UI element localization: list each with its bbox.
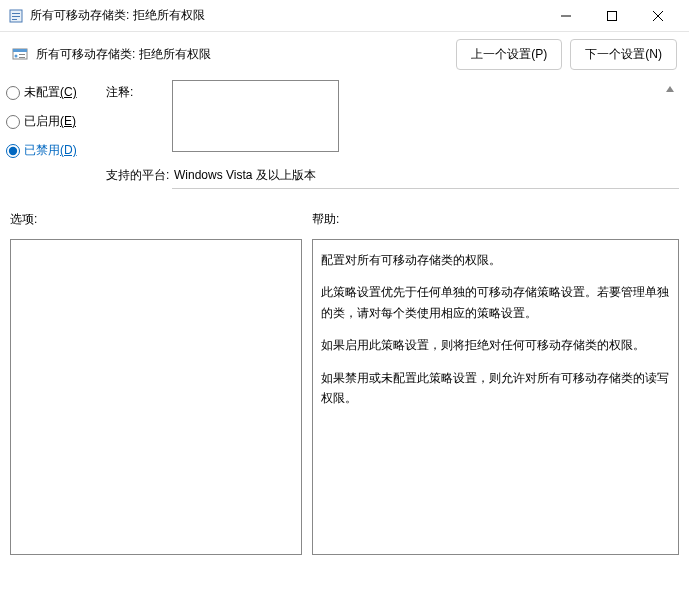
radio-disabled[interactable]: 已禁用(D) xyxy=(6,142,96,159)
radio-not-configured-input[interactable] xyxy=(6,86,20,100)
comment-input[interactable] xyxy=(172,80,339,152)
minimize-button[interactable] xyxy=(543,0,589,32)
radio-not-configured-label: 未配置(C) xyxy=(24,84,77,101)
platform-row: 支持的平台: Windows Vista 及以上版本 xyxy=(106,163,679,189)
scroll-up-icon[interactable] xyxy=(663,82,677,96)
maximize-button[interactable] xyxy=(589,0,635,32)
options-box xyxy=(10,239,302,555)
config-section: 未配置(C) 已启用(E) 已禁用(D) 注释: 支持的平台: Windows … xyxy=(0,76,689,201)
next-setting-button[interactable]: 下一个设置(N) xyxy=(570,39,677,70)
help-paragraph: 如果禁用或未配置此策略设置，则允许对所有可移动存储类的读写权限。 xyxy=(321,368,670,409)
help-paragraph: 配置对所有可移动存储类的权限。 xyxy=(321,250,670,270)
lower-section: 选项: 帮助: 配置对所有可移动存储类的权限。 此策略设置优先于任何单独的可移动… xyxy=(0,201,689,559)
svg-rect-9 xyxy=(13,49,27,52)
help-paragraph: 如果启用此策略设置，则将拒绝对任何可移动存储类的权限。 xyxy=(321,335,670,355)
prev-setting-button[interactable]: 上一个设置(P) xyxy=(456,39,562,70)
options-column: 选项: xyxy=(10,211,302,555)
platform-label: 支持的平台: xyxy=(106,163,172,184)
comment-row: 注释: xyxy=(106,80,679,155)
fields-column: 注释: 支持的平台: Windows Vista 及以上版本 xyxy=(106,80,679,197)
help-label: 帮助: xyxy=(312,211,679,229)
help-column: 帮助: 配置对所有可移动存储类的权限。 此策略设置优先于任何单独的可移动存储策略… xyxy=(312,211,679,555)
radio-disabled-input[interactable] xyxy=(6,144,20,158)
svg-point-10 xyxy=(15,55,18,58)
policy-item-icon xyxy=(12,46,28,62)
comment-label: 注释: xyxy=(106,80,172,101)
titlebar: 所有可移动存储类: 拒绝所有权限 xyxy=(0,0,689,32)
policy-title: 所有可移动存储类: 拒绝所有权限 xyxy=(36,46,448,63)
radio-enabled-label: 已启用(E) xyxy=(24,113,76,130)
radio-enabled[interactable]: 已启用(E) xyxy=(6,113,96,130)
header-row: 所有可移动存储类: 拒绝所有权限 上一个设置(P) 下一个设置(N) xyxy=(0,32,689,76)
svg-rect-11 xyxy=(19,54,25,55)
help-paragraph: 此策略设置优先于任何单独的可移动存储策略设置。若要管理单独的类，请对每个类使用相… xyxy=(321,282,670,323)
policy-icon xyxy=(8,8,24,24)
radio-enabled-input[interactable] xyxy=(6,115,20,129)
svg-rect-2 xyxy=(12,16,20,17)
radio-group: 未配置(C) 已启用(E) 已禁用(D) xyxy=(6,80,96,197)
options-label: 选项: xyxy=(10,211,302,229)
window-title: 所有可移动存储类: 拒绝所有权限 xyxy=(30,7,543,24)
window-controls xyxy=(543,0,681,32)
help-box: 配置对所有可移动存储类的权限。 此策略设置优先于任何单独的可移动存储策略设置。若… xyxy=(312,239,679,555)
svg-rect-3 xyxy=(12,19,17,20)
svg-rect-1 xyxy=(12,13,20,14)
svg-rect-12 xyxy=(19,57,25,58)
radio-not-configured[interactable]: 未配置(C) xyxy=(6,84,96,101)
platform-value: Windows Vista 及以上版本 xyxy=(172,163,679,189)
close-button[interactable] xyxy=(635,0,681,32)
radio-disabled-label: 已禁用(D) xyxy=(24,142,77,159)
svg-rect-5 xyxy=(608,11,617,20)
